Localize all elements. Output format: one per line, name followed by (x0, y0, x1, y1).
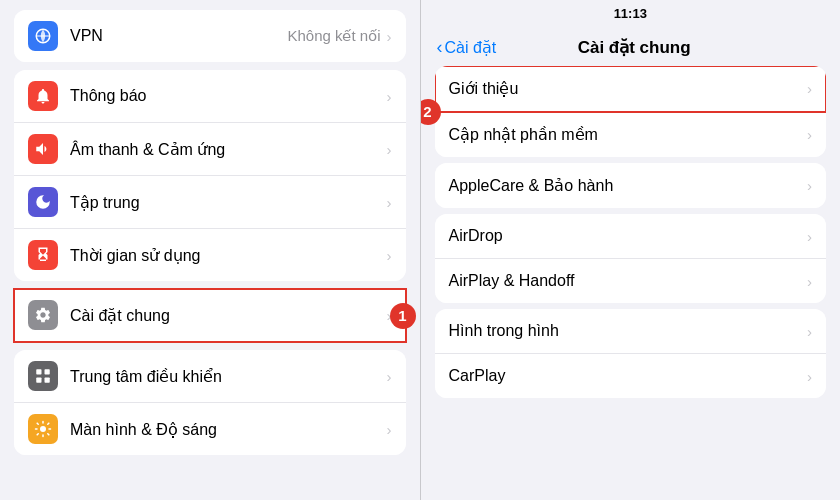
applecare-label: AppleCare & Bảo hành (449, 176, 808, 195)
control-center-label: Trung tâm điều khiển (70, 367, 387, 386)
software-update-label: Cập nhật phần mềm (449, 125, 808, 144)
airdrop-item[interactable]: AirDrop › (435, 214, 827, 259)
focus-item[interactable]: Tập trung › (14, 176, 406, 229)
general-settings-wrapper: Cài đặt chung › 1 (14, 289, 406, 342)
pip-chevron: › (807, 323, 812, 340)
vpn-item[interactable]: VPN Không kết nối › (14, 10, 406, 62)
sound-icon (28, 134, 58, 164)
control-center-item[interactable]: Trung tâm điều khiển › (14, 350, 406, 403)
screentime-label: Thời gian sử dụng (70, 246, 387, 265)
airdrop-label: AirDrop (449, 227, 808, 245)
right-group-2: AppleCare & Bảo hành › (435, 163, 827, 208)
controls-icon (28, 361, 58, 391)
right-group-1: Giới thiệu › Cập nhật phần mềm › (435, 66, 827, 157)
right-group1-wrapper: Giới thiệu › Cập nhật phần mềm › 2 (435, 66, 827, 157)
svg-rect-2 (36, 369, 41, 374)
notification-item[interactable]: Thông báo › (14, 70, 406, 123)
screentime-chevron: › (387, 247, 392, 264)
back-chevron-icon: ‹ (437, 37, 443, 58)
right-group-4: Hình trong hình › CarPlay › (435, 309, 827, 398)
about-item[interactable]: Giới thiệu › (435, 66, 827, 112)
sound-label: Âm thanh & Cảm ứng (70, 140, 387, 159)
status-bar: 11:13 (421, 0, 841, 23)
vpn-value: Không kết nối (287, 27, 380, 45)
vpn-label: VPN (70, 27, 287, 45)
vpn-icon (28, 21, 58, 51)
notification-label: Thông báo (70, 87, 387, 105)
step1-badge: 1 (390, 303, 416, 329)
sound-chevron: › (387, 141, 392, 158)
back-label: Cài đặt (445, 38, 497, 57)
notification-chevron: › (387, 88, 392, 105)
software-update-item[interactable]: Cập nhật phần mềm › (435, 112, 827, 157)
display-item[interactable]: Màn hình & Độ sáng › (14, 403, 406, 455)
time: 11:13 (614, 6, 647, 21)
carplay-chevron: › (807, 368, 812, 385)
right-header: ‹ Cài đặt Cài đặt chung (421, 23, 841, 66)
settings-group-2: Trung tâm điều khiển › Màn hình & Độ sán… (14, 350, 406, 455)
svg-rect-4 (36, 378, 41, 383)
carplay-label: CarPlay (449, 367, 808, 385)
moon-icon (28, 187, 58, 217)
airdrop-chevron: › (807, 228, 812, 245)
focus-chevron: › (387, 194, 392, 211)
settings-group-1: Thông báo › Âm thanh & Cảm ứng › Tập tru… (14, 70, 406, 281)
vpn-chevron: › (387, 28, 392, 45)
svg-rect-3 (45, 369, 50, 374)
right-group-3: AirDrop › AirPlay & Handoff › (435, 214, 827, 303)
pip-label: Hình trong hình (449, 322, 808, 340)
vpn-group: VPN Không kết nối › (14, 10, 406, 62)
airplay-chevron: › (807, 273, 812, 290)
control-center-chevron: › (387, 368, 392, 385)
about-label: Giới thiệu (449, 79, 808, 98)
software-update-chevron: › (807, 126, 812, 143)
carplay-item[interactable]: CarPlay › (435, 354, 827, 398)
pip-item[interactable]: Hình trong hình › (435, 309, 827, 354)
display-label: Màn hình & Độ sáng (70, 420, 387, 439)
general-settings-label: Cài đặt chung (70, 306, 387, 325)
left-panel: VPN Không kết nối › Thông báo › Âm thanh… (0, 0, 420, 500)
applecare-chevron: › (807, 177, 812, 194)
right-panel-title: Cài đặt chung (504, 37, 824, 58)
right-panel: 11:13 ‹ Cài đặt Cài đặt chung Giới thiệu… (421, 0, 841, 500)
applecare-item[interactable]: AppleCare & Bảo hành › (435, 163, 827, 208)
brightness-icon (28, 414, 58, 444)
back-button[interactable]: ‹ Cài đặt (437, 37, 497, 58)
about-chevron: › (807, 80, 812, 97)
airplay-item[interactable]: AirPlay & Handoff › (435, 259, 827, 303)
general-settings-item[interactable]: Cài đặt chung › (14, 289, 406, 342)
sound-item[interactable]: Âm thanh & Cảm ứng › (14, 123, 406, 176)
bell-icon (28, 81, 58, 111)
svg-point-6 (40, 426, 46, 432)
gear-icon (28, 300, 58, 330)
focus-label: Tập trung (70, 193, 387, 212)
svg-rect-5 (45, 378, 50, 383)
display-chevron: › (387, 421, 392, 438)
hourglass-icon (28, 240, 58, 270)
airplay-label: AirPlay & Handoff (449, 272, 808, 290)
screentime-item[interactable]: Thời gian sử dụng › (14, 229, 406, 281)
